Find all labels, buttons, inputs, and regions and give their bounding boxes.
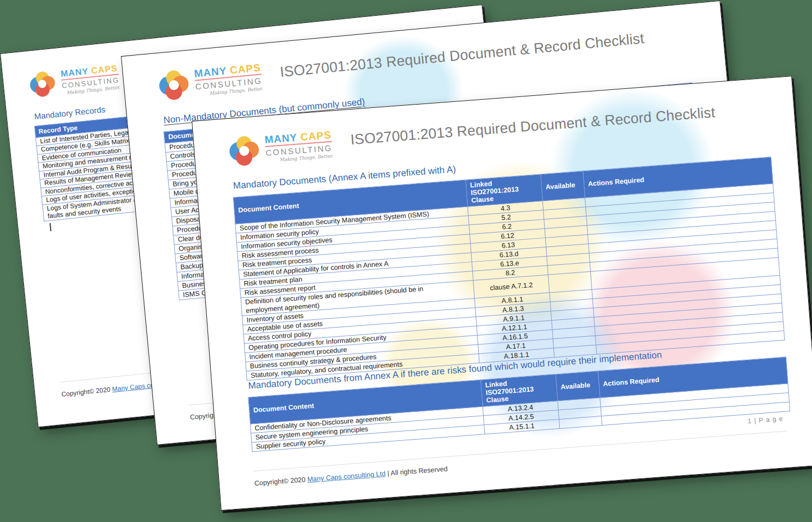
logo-word-many: MANY (264, 132, 297, 145)
logo-word-caps: CAPS (90, 63, 118, 75)
many-caps-logo: MANY CAPS CONSULTING Making Things, Bett… (29, 64, 120, 99)
logo-text: MANY CAPS CONSULTING Making Things, Bett… (60, 64, 121, 95)
many-caps-logo: MANY CAPS CONSULTING Making Things, Bett… (158, 62, 263, 101)
footer-copyright: Copyright© 2020 (254, 476, 308, 487)
logo-word-many: MANY (194, 65, 227, 79)
document-title: ISO27001:2013 Required Document & Record… (350, 104, 716, 148)
many-caps-logo-icon (158, 69, 190, 101)
logo-word-caps: CAPS (300, 129, 332, 143)
footer-rights: | All rights Reserved (385, 465, 448, 478)
page-number: 1 | P a g e (747, 415, 783, 425)
text-cursor (50, 223, 52, 231)
page-mandatory-documents: MANY CAPS CONSULTING Making Things, Bett… (192, 76, 812, 511)
logo-text: MANY CAPS CONSULTING Making Things, Bett… (194, 62, 264, 97)
logo-word-many: MANY (60, 66, 88, 78)
many-caps-logo-icon (228, 135, 260, 167)
many-caps-logo-icon (29, 70, 56, 98)
desktop-background: MANY CAPS CONSULTING Making Things, Bett… (0, 0, 812, 522)
logo-word-caps: CAPS (229, 62, 261, 76)
footer-link[interactable]: Many Caps consulting Ltd (307, 470, 386, 483)
logo-text: MANY CAPS CONSULTING Making Things, Bett… (264, 130, 333, 163)
document-title: ISO27001:2013 Required Document & Record… (279, 30, 645, 81)
column-header-available: Available (541, 171, 585, 201)
many-caps-logo: MANY CAPS CONSULTING Making Things, Bett… (228, 130, 333, 167)
column-header-available: Available (555, 371, 600, 401)
footer-copyright: Copyright© 2020 (61, 385, 112, 398)
